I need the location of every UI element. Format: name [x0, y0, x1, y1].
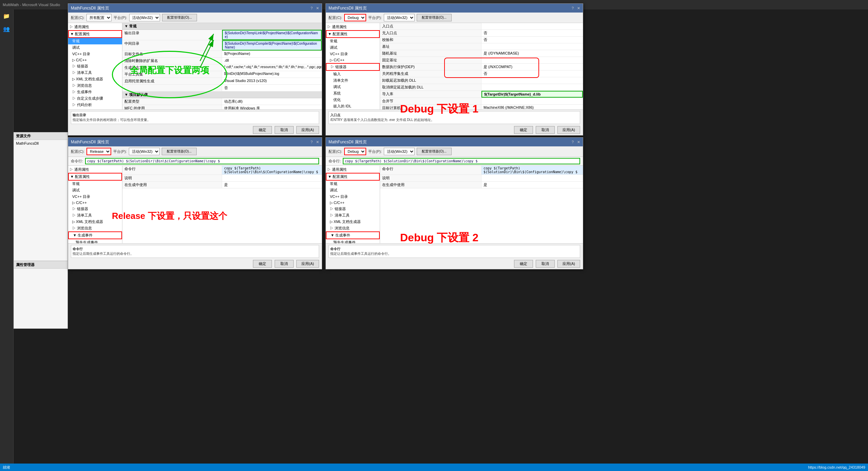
dialog-tl-help[interactable]: ? [311, 6, 313, 11]
tree-bl-linker[interactable]: ▷ 链接器 [68, 206, 122, 212]
tree-tr-general[interactable]: 常规 [326, 38, 380, 44]
tree-br-linker[interactable]: ▷ 链接器 [326, 206, 380, 212]
config-select-tl[interactable]: 所有配置 [86, 14, 112, 21]
tree-br-cpp[interactable]: ▷ C/C++ [326, 200, 380, 206]
dialog-bl-tree: ▷ 通用属性 ▼ 配置属性 常规 调试 VC++ 目录 ▷ C/C++ ▷ 链接… [68, 166, 122, 243]
config-select-bl[interactable]: Release [86, 148, 111, 155]
dialog-bl-close[interactable]: ✕ [316, 140, 319, 144]
config-select-tr[interactable]: Debug [344, 14, 366, 21]
dialog-tr-close[interactable]: ✕ [577, 6, 580, 11]
tree-bl-build-events[interactable]: ▼ 生成事件 [68, 231, 122, 239]
tree-tr-optimize[interactable]: 优化 [326, 97, 380, 103]
dialog-bl-help[interactable]: ? [311, 140, 313, 144]
tree-tr-config[interactable]: ▼ 配置属性 [326, 30, 380, 38]
tree-tl-debug[interactable]: 调试 [68, 44, 122, 51]
dialog-tl-title: MathFuncsDll 属性页 [71, 5, 109, 11]
config-mgr-btn-tl[interactable]: 配置管理器(O)... [162, 14, 197, 21]
btn-br-ok[interactable]: 确定 [514, 260, 533, 268]
tree-br-general[interactable]: 常规 [326, 181, 380, 187]
btn-bl-apply[interactable]: 应用(A) [296, 260, 319, 268]
btn-tl-ok[interactable]: 确定 [253, 126, 272, 134]
dialog-br-close[interactable]: ✕ [577, 140, 580, 144]
btn-tr-ok[interactable]: 确定 [514, 126, 533, 134]
tree-tr-cpp[interactable]: ▷ C/C++ [326, 57, 380, 63]
btn-tr-cancel[interactable]: 取消 [536, 126, 555, 134]
tree-tl-general[interactable]: 常规 [68, 38, 122, 44]
tree-tr-common[interactable]: ▷ 通用属性 [326, 24, 380, 30]
tree-bl-general[interactable]: 常规 [68, 181, 122, 187]
dialog-tl-content: ▼ 常规 输出目录 $(SolutionDir)\Temp\Link\$(Pro… [122, 23, 322, 109]
prop-tr-unbind-delay: 取消绑定延迟加载的 DLL [380, 84, 583, 91]
btn-tl-cancel[interactable]: 取消 [275, 126, 294, 134]
config-mgr-btn-tr[interactable]: 配置管理器(O)... [417, 14, 452, 21]
tree-br-browse[interactable]: ▷ 浏览信息 [326, 225, 380, 231]
tree-br-manifest[interactable]: ▷ 清单工具 [326, 212, 380, 219]
tree-bl-xml[interactable]: ▷ XML 文档生成器 [68, 219, 122, 225]
tree-tr-debug[interactable]: 调试 [326, 44, 380, 51]
desc-tr-text: /ENTRY 选项将某个入口点函数指定为 .exe 文件或 DLL 的起始地址。 [330, 118, 434, 122]
dialog-bl-toolbar: 配置(C): Release 平台(P): 活动(Win32) 配置管理器(O)… [68, 146, 322, 157]
prop-br-cmdline: 命令行 copy $(TargetPath) $(SolutionDir)\Bi… [380, 166, 583, 175]
tree-tl-analysis[interactable]: ▷ 代码分析 [68, 102, 122, 108]
dialog-tr-bottom: 入口点 /ENTRY 选项将某个入口点函数指定为 .exe 文件或 DLL 的起… [326, 109, 583, 135]
tree-br-build-events[interactable]: ▼ 生成事件 [326, 231, 380, 239]
tree-tr-input[interactable]: 输入 [326, 71, 380, 77]
tree-br-debug[interactable]: 调试 [326, 187, 380, 193]
dialog-br-help[interactable]: ? [572, 140, 574, 144]
btn-bl-ok[interactable]: 确定 [253, 260, 272, 268]
tree-br-config[interactable]: ▼ 配置属性 [326, 173, 380, 181]
tree-tl-custom[interactable]: ▷ 自定义生成步骤 [68, 95, 122, 102]
tree-tl-manifest[interactable]: ▷ 清单工具 [68, 69, 122, 76]
tree-tl-cpp[interactable]: ▷ C/C++ [68, 57, 122, 63]
platform-select-tl[interactable]: 活动(Win32) [129, 14, 160, 21]
tree-bl-vc-dirs[interactable]: VC++ 目录 [68, 193, 122, 200]
prop-tr-noentry: 无入口点 否 [380, 30, 583, 37]
tree-bl-pre-build[interactable]: 预先生成事件 [68, 239, 122, 243]
tree-bl-common[interactable]: ▷ 通用属性 [68, 166, 122, 173]
tree-tr-embedded-idl[interactable]: 嵌入的 IDL [326, 103, 380, 109]
tree-tl-xml[interactable]: ▷ XML 文档生成器 [68, 76, 122, 82]
dialog-br-content: 命令行 copy $(TargetPath) $(SolutionDir)\Bi… [380, 166, 583, 243]
platform-select-tr[interactable]: 活动(Win32) [384, 14, 415, 21]
tree-bl-manifest[interactable]: ▷ 清单工具 [68, 212, 122, 219]
tree-bl-debug[interactable]: 调试 [68, 187, 122, 193]
tree-tl-browse[interactable]: ▷ 浏览信息 [68, 82, 122, 89]
dialog-tl-close[interactable]: ✕ [316, 6, 319, 11]
btn-br-cancel[interactable]: 取消 [536, 260, 555, 268]
tree-tr-system[interactable]: 系统 [326, 90, 380, 97]
btn-tl-apply[interactable]: 应用(A) [296, 126, 319, 134]
tree-br-xml[interactable]: ▷ XML 文档生成器 [326, 219, 380, 225]
dialog-bl-buttons: 确定 取消 应用(A) [71, 260, 319, 268]
tree-bl-config[interactable]: ▼ 配置属性 [68, 173, 122, 181]
tree-br-common[interactable]: ▷ 通用属性 [326, 166, 380, 173]
platform-select-bl[interactable]: 活动(Win32) [129, 148, 160, 155]
config-mgr-btn-bl[interactable]: 配置管理器(O)... [162, 148, 197, 155]
tree-tr-manifest-file[interactable]: 清单文件 [326, 77, 380, 84]
tree-tl-common[interactable]: ▷ 通用属性 [68, 24, 122, 30]
tree-br-pre-build[interactable]: 预先生成事件 [326, 239, 380, 243]
tree-tr-linker[interactable]: ▷ 链接器 [326, 63, 380, 71]
sidebar-solution-explorer[interactable]: 📁 [0, 9, 13, 22]
tree-bl-browse[interactable]: ▷ 浏览信息 [68, 225, 122, 231]
config-select-br[interactable]: Debug [344, 148, 366, 155]
config-mgr-btn-br[interactable]: 配置管理器(O)... [417, 148, 452, 155]
dialog-tr-help[interactable]: ? [572, 6, 574, 11]
sidebar-team-explorer[interactable]: 👥 [0, 22, 13, 35]
desc-tr-label: 入口点 [330, 113, 340, 117]
btn-br-apply[interactable]: 应用(A) [557, 260, 580, 268]
tree-tl-build-events[interactable]: ▷ 生成事件 [68, 89, 122, 95]
dialog-tl-desc: 输出目录 指定输出文件目录的相对路径；可以包含环境变量。 [71, 111, 319, 124]
tree-bl-cpp[interactable]: ▷ C/C++ [68, 200, 122, 206]
ide-sidebar: 📁 👥 [0, 9, 14, 471]
platform-select-br[interactable]: 活动(Win32) [384, 148, 415, 155]
tree-tl-vc-dirs[interactable]: VC++ 目录 [68, 51, 122, 57]
tree-br-vc-dirs[interactable]: VC++ 目录 [326, 193, 380, 200]
tree-tr-vc-dirs[interactable]: VC++ 目录 [326, 51, 380, 57]
desc-bl-label: 命令行 [73, 247, 83, 251]
tree-tl-linker[interactable]: ▷ 链接器 [68, 63, 122, 69]
tree-tl-config[interactable]: ▼ 配置属性 [68, 30, 122, 38]
btn-bl-cancel[interactable]: 取消 [275, 260, 294, 268]
resource-panel-item[interactable]: MathFuncsDll [14, 140, 67, 147]
btn-tr-apply[interactable]: 应用(A) [557, 126, 580, 134]
tree-tr-debug2[interactable]: 调试 [326, 84, 380, 90]
